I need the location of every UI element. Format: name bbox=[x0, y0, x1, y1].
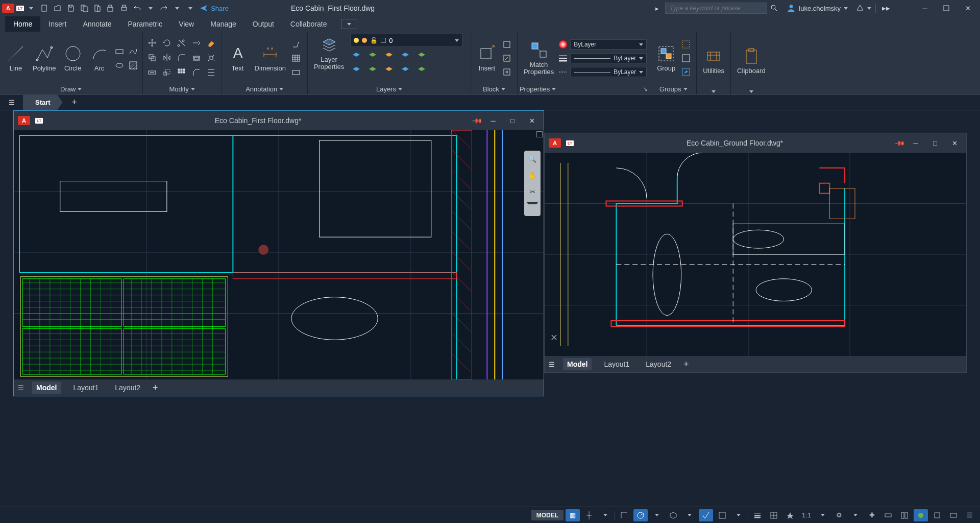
share-label[interactable]: Share bbox=[211, 5, 229, 12]
annotation-monitor-toggle[interactable]: ✚ bbox=[865, 509, 879, 521]
mtext-icon[interactable] bbox=[290, 66, 302, 78]
lineweight-toggle[interactable] bbox=[750, 509, 765, 521]
circle-button[interactable]: Circle bbox=[60, 42, 86, 74]
web-mobile-icon[interactable] bbox=[91, 2, 104, 14]
autodesk-dropdown[interactable] bbox=[867, 7, 871, 10]
panel-label-modify[interactable]: Modify bbox=[145, 84, 219, 94]
search-icon[interactable] bbox=[768, 2, 780, 14]
layer-make-current-icon[interactable] bbox=[415, 49, 428, 61]
scale-icon[interactable] bbox=[161, 66, 173, 79]
group-button[interactable]: Group bbox=[653, 42, 679, 74]
create-block-icon[interactable] bbox=[501, 38, 513, 51]
file-tabs-menu-icon[interactable]: ☰ bbox=[0, 95, 23, 110]
doc2-add-layout-button[interactable]: + bbox=[683, 359, 689, 370]
doc2-maximize-button[interactable]: □ bbox=[927, 139, 943, 147]
text-button[interactable]: AText bbox=[225, 42, 251, 74]
quick-properties-toggle[interactable] bbox=[897, 509, 912, 521]
polyline-button[interactable]: Polyline bbox=[30, 42, 59, 74]
doc1-maximize-button[interactable]: □ bbox=[505, 117, 520, 125]
workspace-switch[interactable]: ⚙ bbox=[832, 509, 846, 521]
chamfer-icon[interactable] bbox=[190, 66, 203, 79]
insert-block-button[interactable]: Insert bbox=[474, 42, 500, 74]
annotation-scale-menu[interactable] bbox=[816, 509, 830, 521]
annotation-visibility-toggle[interactable] bbox=[783, 509, 797, 521]
share-icon[interactable] bbox=[198, 2, 210, 14]
arc-button[interactable]: Arc bbox=[87, 42, 112, 74]
layer-on-tool-icon[interactable] bbox=[350, 63, 362, 75]
doc1-layout-menu-icon[interactable]: ☰ bbox=[18, 384, 24, 392]
align-icon[interactable] bbox=[205, 66, 217, 79]
mirror-icon[interactable] bbox=[161, 52, 173, 64]
hatch-icon[interactable] bbox=[127, 59, 139, 72]
isodraft-menu[interactable] bbox=[682, 509, 697, 521]
panel-label-draw[interactable]: Draw bbox=[2, 84, 140, 94]
save-icon[interactable] bbox=[65, 2, 77, 14]
tab-insert[interactable]: Insert bbox=[40, 16, 75, 32]
leader-icon[interactable] bbox=[290, 38, 302, 51]
tab-output[interactable]: Output bbox=[244, 16, 282, 32]
grid-toggle[interactable]: ▦ bbox=[566, 509, 580, 521]
pan-icon[interactable]: ✋ bbox=[526, 169, 538, 181]
osnap-toggle[interactable] bbox=[699, 509, 713, 521]
doc1-add-layout-button[interactable]: + bbox=[153, 383, 158, 393]
group-select-icon[interactable] bbox=[680, 66, 692, 78]
new-drawing-tab[interactable]: + bbox=[67, 95, 82, 110]
doc1-titlebar[interactable]: A LT Eco Cabin_First Floor.dwg* 📌 ─ □ ✕ bbox=[14, 111, 544, 130]
model-space-toggle[interactable]: MODEL bbox=[531, 510, 564, 520]
qat-dropdown[interactable] bbox=[184, 2, 197, 14]
document-window-ground-floor[interactable]: A LT Eco Cabin_Ground Floor.dwg* 📌 ─ □ ✕ bbox=[544, 133, 967, 373]
color-dropdown[interactable]: ByLayer bbox=[558, 38, 647, 51]
doc2-tab-model[interactable]: Model bbox=[563, 358, 592, 370]
panel-label-utilities[interactable] bbox=[699, 89, 728, 94]
osnap-menu[interactable] bbox=[731, 509, 746, 521]
undo-icon[interactable] bbox=[131, 2, 143, 14]
edit-block-icon[interactable] bbox=[501, 52, 513, 64]
layer-iso-icon[interactable] bbox=[366, 49, 379, 61]
new-icon[interactable] bbox=[38, 2, 51, 14]
zoom-extents-icon[interactable]: 🔍 bbox=[526, 153, 538, 165]
offset-icon[interactable] bbox=[190, 52, 203, 64]
tab-view[interactable]: View bbox=[170, 16, 202, 32]
extend-icon[interactable] bbox=[190, 37, 203, 49]
doc1-tab-layout1[interactable]: Layout1 bbox=[69, 382, 103, 394]
autodesk-app-icon[interactable] bbox=[854, 2, 866, 14]
ortho-toggle[interactable] bbox=[617, 509, 631, 521]
fillet-icon[interactable] bbox=[176, 52, 188, 64]
doc2-canvas[interactable]: ✕ bbox=[545, 153, 966, 356]
table-icon[interactable] bbox=[290, 52, 302, 64]
tab-parametric[interactable]: Parametric bbox=[119, 16, 170, 32]
line-button[interactable]: Line bbox=[3, 42, 29, 74]
doc2-tab-layout1[interactable]: Layout1 bbox=[600, 358, 633, 370]
doc2-minimize-button[interactable]: ─ bbox=[908, 139, 923, 147]
doc1-tab-layout2[interactable]: Layout2 bbox=[111, 382, 144, 394]
explode-icon[interactable] bbox=[205, 52, 217, 64]
clean-screen-toggle[interactable] bbox=[946, 509, 961, 521]
utilities-button[interactable]: Utilities bbox=[700, 45, 727, 77]
annotation-scale-label[interactable]: 1:1 bbox=[799, 509, 814, 521]
isolate-objects-toggle[interactable] bbox=[930, 509, 944, 521]
layer-properties-button[interactable]: Layer Properties bbox=[311, 34, 347, 73]
workspace-menu[interactable] bbox=[848, 509, 863, 521]
snap-menu[interactable] bbox=[598, 509, 612, 521]
rectangle-icon[interactable] bbox=[113, 45, 126, 58]
layer-unlock-icon[interactable] bbox=[399, 63, 411, 75]
ellipse-icon[interactable] bbox=[113, 59, 126, 72]
layer-dropdown[interactable]: 🔓 0 bbox=[350, 34, 462, 47]
nav-menu-icon[interactable] bbox=[526, 202, 538, 214]
doc2-tab-layout2[interactable]: Layout2 bbox=[642, 358, 675, 370]
print-icon[interactable] bbox=[118, 2, 130, 14]
dimension-button[interactable]: Dimension bbox=[252, 42, 289, 74]
units-toggle[interactable] bbox=[881, 509, 895, 521]
minimize-button[interactable]: ─ bbox=[915, 1, 935, 15]
isodraft-toggle[interactable] bbox=[666, 509, 680, 521]
doc2-close-button[interactable]: ✕ bbox=[947, 139, 962, 147]
move-icon[interactable] bbox=[146, 37, 158, 49]
search-input[interactable] bbox=[665, 3, 767, 14]
document-window-first-floor[interactable]: A LT Eco Cabin_First Floor.dwg* 📌 ─ □ ✕ bbox=[13, 110, 544, 396]
clipboard-button[interactable]: Clipboard bbox=[734, 45, 769, 77]
ungroup-icon[interactable] bbox=[680, 38, 692, 51]
copy-icon[interactable] bbox=[146, 52, 158, 64]
group-edit-icon[interactable] bbox=[680, 52, 692, 64]
panel-label-layers[interactable]: Layers bbox=[310, 84, 469, 94]
tab-featured-apps[interactable] bbox=[341, 19, 357, 29]
